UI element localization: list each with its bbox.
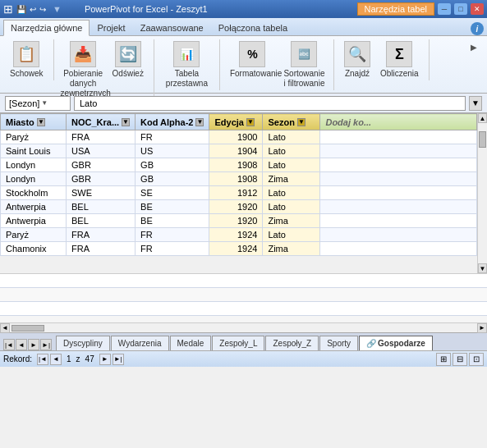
tab-prev-btn[interactable]: ◄: [16, 339, 27, 350]
btn-odswiez[interactable]: 🔄 Odśwież: [109, 39, 147, 80]
tab-projekt[interactable]: Projekt: [90, 19, 132, 35]
filter-scroll-btn[interactable]: ▼: [469, 96, 482, 111]
clipboard-icon: 📋: [13, 41, 39, 67]
cell-edycja: 1924: [209, 228, 263, 242]
cell-kod: GB: [136, 158, 209, 172]
record-navigation: |◄ ◄: [37, 354, 62, 365]
tab-next-btn[interactable]: ►: [28, 339, 39, 350]
tab-polaczona-tabela[interactable]: Połączona tabela: [211, 19, 295, 35]
sheet-tabs: |◄ ◄ ► ►| Dyscypliny Wydarzenia Medale Z…: [0, 332, 487, 350]
filter-icon-noc[interactable]: ▼: [122, 118, 130, 126]
col-header-sezon[interactable]: Sezon ▼: [263, 114, 320, 130]
ribbon-tabs: Narzędzia główne Projekt Zaawansowane Po…: [0, 18, 487, 36]
scroll-h-thumb[interactable]: [11, 325, 44, 331]
tab-narzedzia-glowne[interactable]: Narzędzia główne: [3, 20, 90, 36]
data-table: Miasto ▼ NOC_Kra... ▼ Kod Alpha-2 ▼: [0, 113, 477, 256]
col-header-dodaj[interactable]: Dodaj ko...: [320, 114, 477, 130]
record-label: Rekord:: [3, 354, 32, 363]
sort-icon: 🔤: [291, 41, 317, 67]
btn-obliczenia[interactable]: Σ Obliczenia: [377, 39, 422, 80]
btn-znajdz[interactable]: 🔍 Znajdź: [341, 39, 374, 80]
scroll-right-btn[interactable]: ►: [477, 323, 487, 333]
cell-noc: GBR: [67, 172, 136, 186]
field-selector[interactable]: [Sezon] ▼: [5, 96, 71, 111]
nav-first-btn[interactable]: |◄: [37, 354, 48, 365]
sheet-tab-dyscypliny[interactable]: Dyscypliny: [56, 336, 110, 350]
info-icon[interactable]: i: [471, 22, 484, 35]
scroll-down-btn[interactable]: ▼: [478, 263, 487, 273]
tab-first-btn[interactable]: |◄: [3, 339, 15, 350]
tab-zaawansowane[interactable]: Zaawansowane: [133, 19, 211, 35]
sheet-tab-wydarzenia[interactable]: Wydarzenia: [111, 336, 169, 350]
table-row: Antwerpia BEL BE 1920 Zima: [1, 214, 477, 228]
view-btn-2[interactable]: ⊟: [453, 353, 467, 366]
col-header-kod[interactable]: Kod Alpha-2 ▼: [136, 114, 209, 130]
cell-sezon: Lato: [263, 186, 320, 200]
ribbon-group-tabela: 📊 Tabela przestawna: [161, 39, 220, 90]
sheet-tab-gospodarze[interactable]: 🔗 Gospodarze: [359, 336, 433, 350]
cell-miasto: Stockholm: [1, 186, 67, 200]
scroll-up-btn[interactable]: ▲: [478, 113, 487, 123]
filter-icon-sezon[interactable]: ▼: [297, 118, 306, 126]
app-icon: ⊞: [3, 2, 13, 16]
sheet-tab-zespoly-l[interactable]: Zespoły_L: [212, 336, 264, 350]
sheet-tab-sporty[interactable]: Sporty: [319, 336, 358, 350]
filter-icon-kod[interactable]: ▼: [195, 118, 204, 126]
cell-dodaj: [320, 172, 477, 186]
nav-prev-btn[interactable]: ◄: [50, 354, 62, 365]
ribbon-group-narzedzia: 🔍 Znajdź Σ Obliczenia: [341, 39, 430, 80]
cell-dodaj: [320, 228, 477, 242]
special-tab[interactable]: Narzędzia tabel: [357, 2, 434, 16]
minimize-btn[interactable]: ─: [438, 3, 451, 15]
col-label-sezon: Sezon: [268, 117, 294, 127]
nav-last-btn[interactable]: ►|: [113, 354, 124, 365]
btn-tabela-przestawna[interactable]: 📊 Tabela przestawna: [161, 39, 213, 90]
view-btn-3[interactable]: ⊡: [469, 353, 484, 366]
record-navigation-next: ► ►|: [99, 354, 124, 365]
scroll-thumb[interactable]: [479, 131, 486, 148]
sheet-tab-medale[interactable]: Medale: [170, 336, 212, 350]
btn-formatowanie[interactable]: % Formatowanie: [227, 39, 278, 80]
import-icon: 📥: [70, 41, 96, 67]
cell-edycja: 1908: [209, 158, 263, 172]
cell-edycja: 1920: [209, 214, 263, 228]
scrollbar-horizontal[interactable]: ◄ ►: [0, 322, 487, 332]
ribbon-expand-btn[interactable]: ▶: [467, 39, 480, 55]
nav-next-btn[interactable]: ►: [99, 354, 111, 365]
filter-icon-edycja[interactable]: ▼: [246, 118, 255, 126]
col-label-noc: NOC_Kra...: [71, 117, 119, 127]
view-btn-1[interactable]: ⊞: [436, 353, 451, 366]
table-scroll-area: Miasto ▼ NOC_Kra... ▼ Kod Alpha-2 ▼: [0, 113, 487, 273]
sheet-tab-zespoly-z[interactable]: Zespoły_Z: [265, 336, 319, 350]
col-header-miasto[interactable]: Miasto ▼: [1, 114, 67, 130]
col-header-edycja[interactable]: Edycja ▼: [209, 114, 263, 130]
calc-icon: Σ: [386, 41, 412, 67]
cell-sezon: Zima: [263, 214, 320, 228]
table-row: Antwerpia BEL BE 1920 Lato: [1, 200, 477, 214]
tab-last-btn[interactable]: ►|: [40, 339, 52, 350]
scrollbar-vertical[interactable]: ▲ ▼: [477, 113, 487, 273]
qat-redo[interactable]: ↪: [39, 5, 46, 14]
cell-sezon: Lato: [263, 200, 320, 214]
empty-rows: [0, 273, 487, 322]
filter-icon-miasto[interactable]: ▼: [37, 118, 45, 126]
cell-sezon: Lato: [263, 130, 320, 144]
scroll-track: [10, 325, 477, 331]
cell-miasto: Londyn: [1, 172, 67, 186]
close-btn[interactable]: ✕: [471, 3, 484, 15]
maximize-btn[interactable]: □: [454, 3, 467, 15]
btn-sortowanie[interactable]: 🔤 Sortowanie i filtrowanie: [282, 39, 327, 90]
scroll-left-btn[interactable]: ◄: [0, 323, 10, 333]
field-arrow-icon: ▼: [41, 99, 48, 107]
col-header-noc[interactable]: NOC_Kra... ▼: [67, 114, 136, 130]
btn-schowek[interactable]: 📋 Schowek: [7, 39, 47, 80]
qat-undo[interactable]: ↩: [30, 5, 36, 14]
btn-pobieranie[interactable]: 📥 Pobieranie danych zewnętrznych: [61, 39, 106, 100]
cell-sezon: Zima: [263, 242, 320, 256]
cell-kod: GB: [136, 172, 209, 186]
cell-miasto: Antwerpia: [1, 200, 67, 214]
qat-save[interactable]: 💾: [16, 5, 26, 14]
cell-edycja: 1924: [209, 242, 263, 256]
cell-noc: BEL: [67, 200, 136, 214]
table-row: Chamonix FRA FR 1924 Zima: [1, 242, 477, 256]
